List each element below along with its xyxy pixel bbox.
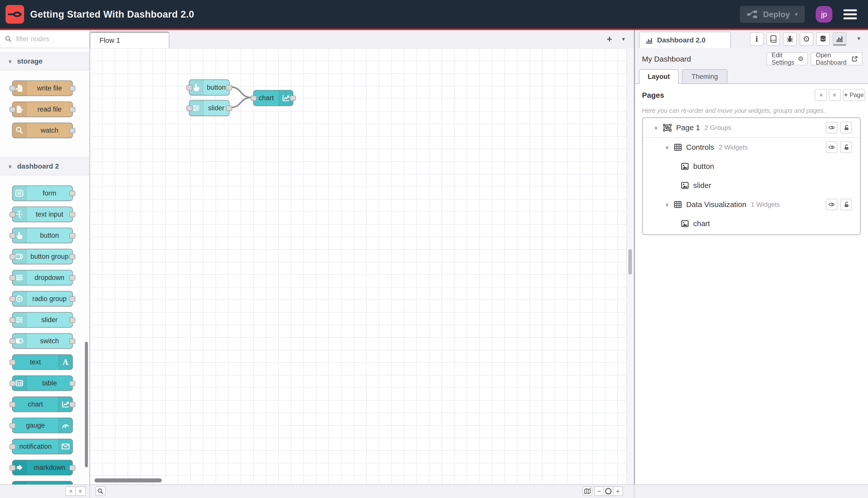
input-port[interactable]: [10, 465, 16, 471]
open-dashboard-button[interactable]: Open Dashboard: [811, 52, 863, 65]
visibility-toggle-button[interactable]: [826, 142, 837, 153]
input-port[interactable]: [10, 423, 16, 429]
flow-canvas[interactable]: button slider chart: [90, 48, 627, 485]
output-port[interactable]: [69, 191, 75, 196]
tree-row-widget-button[interactable]: button: [643, 157, 860, 176]
sidebar-menu-caret-icon[interactable]: ▾: [857, 35, 860, 42]
palette-node-markdown[interactable]: markdown: [12, 460, 73, 475]
input-port[interactable]: [10, 402, 16, 407]
zoom-out-button[interactable]: −: [594, 486, 604, 496]
output-port[interactable]: [69, 86, 75, 91]
flow-list-caret-icon[interactable]: ▾: [622, 36, 625, 42]
visibility-toggle-button[interactable]: [826, 122, 837, 133]
palette-node-chart[interactable]: chart: [12, 396, 73, 412]
tree-row-data-visualization[interactable]: ∨ Data Visualization 1 Widgets: [643, 195, 860, 214]
output-port[interactable]: [69, 465, 75, 471]
output-port[interactable]: [226, 106, 232, 111]
output-port[interactable]: [69, 212, 75, 217]
output-port[interactable]: [69, 254, 75, 260]
palette-node-dropdown[interactable]: dropdown: [12, 270, 73, 286]
palette-node-button[interactable]: button: [12, 228, 73, 243]
input-port[interactable]: [10, 339, 16, 344]
flow-node-button[interactable]: button: [189, 79, 229, 95]
context-data-tab-icon[interactable]: [816, 32, 830, 46]
output-port[interactable]: [290, 95, 296, 101]
output-port[interactable]: [69, 402, 75, 407]
dashboard-tab-icon[interactable]: [833, 32, 846, 46]
add-flow-button[interactable]: +: [607, 35, 612, 44]
palette-node-watch[interactable]: watch: [12, 122, 73, 138]
palette-search[interactable]: [0, 30, 90, 48]
help-tab-icon[interactable]: [766, 32, 780, 46]
output-port[interactable]: [69, 275, 75, 281]
input-port[interactable]: [10, 107, 16, 112]
category-header-dashboard2[interactable]: ∨ dashboard 2: [0, 157, 90, 175]
palette-node-gauge[interactable]: gauge: [12, 418, 73, 433]
tab-theming[interactable]: Theming: [682, 69, 727, 84]
horizontal-scrollbar[interactable]: [94, 479, 162, 482]
deploy-caret-icon[interactable]: ▾: [795, 11, 798, 17]
move-page-up-button[interactable]: »: [815, 89, 827, 101]
palette-node-button-group[interactable]: button group: [12, 249, 73, 264]
input-port[interactable]: [10, 381, 16, 386]
search-input[interactable]: [15, 35, 77, 43]
input-port[interactable]: [10, 275, 16, 281]
palette-node-form[interactable]: form: [12, 185, 73, 201]
config-nodes-tab-icon[interactable]: ⚙: [800, 32, 813, 46]
palette-collapse-all-button[interactable]: »: [65, 486, 76, 496]
palette-expand-all-button[interactable]: »: [75, 486, 86, 496]
info-tab-icon[interactable]: i: [750, 32, 763, 46]
tree-row-controls[interactable]: ∨ Controls 2 Widgets: [643, 138, 860, 157]
input-port[interactable]: [10, 444, 16, 449]
input-port[interactable]: [251, 95, 257, 101]
palette-scrollbar[interactable]: [85, 342, 88, 467]
hamburger-menu-icon[interactable]: [843, 9, 857, 19]
tree-row-widget-chart[interactable]: chart: [643, 214, 860, 233]
vertical-scrollbar[interactable]: [628, 249, 632, 274]
input-port[interactable]: [10, 359, 16, 365]
tree-row-page-1[interactable]: ∨ Page 1 2 Groups: [643, 118, 860, 138]
debug-tab-icon[interactable]: [783, 32, 797, 46]
input-port[interactable]: [186, 85, 192, 90]
zoom-reset-button[interactable]: [604, 486, 613, 496]
tree-row-widget-slider[interactable]: slider: [643, 176, 860, 195]
output-port[interactable]: [69, 233, 75, 238]
unlock-icon-button[interactable]: [840, 142, 852, 153]
move-page-down-button[interactable]: »: [829, 89, 841, 101]
output-port[interactable]: [69, 381, 75, 386]
input-port[interactable]: [10, 296, 16, 302]
flow-node-chart[interactable]: chart: [253, 90, 293, 106]
output-port[interactable]: [226, 85, 232, 90]
sidebar-tab-dashboard[interactable]: Dashboard 2.0: [639, 32, 731, 49]
minimap-button[interactable]: [583, 486, 592, 496]
input-port[interactable]: [10, 254, 16, 260]
edit-settings-button[interactable]: Edit Settings ⚙: [766, 52, 808, 65]
output-port[interactable]: [69, 128, 75, 133]
canvas-search-button[interactable]: [95, 486, 106, 496]
zoom-in-button[interactable]: +: [613, 486, 623, 496]
palette-node-read-file[interactable]: read file: [12, 102, 73, 117]
palette-node-table[interactable]: table: [12, 376, 73, 391]
unlock-icon-button[interactable]: [840, 122, 852, 133]
input-port[interactable]: [10, 212, 16, 217]
output-port[interactable]: [69, 296, 75, 302]
input-port[interactable]: [186, 106, 192, 111]
input-port[interactable]: [10, 86, 16, 91]
palette-node-notification[interactable]: notification: [12, 439, 73, 454]
add-page-button[interactable]: + Page: [843, 89, 865, 101]
input-port[interactable]: [10, 233, 16, 238]
output-port[interactable]: [69, 339, 75, 344]
deploy-button[interactable]: Deploy ▾: [740, 6, 805, 23]
palette-node-slider[interactable]: slider: [12, 312, 73, 328]
palette-node-text-input[interactable]: text input: [12, 207, 73, 222]
avatar[interactable]: jp: [816, 6, 832, 23]
tab-layout[interactable]: Layout: [639, 69, 679, 84]
output-port[interactable]: [69, 107, 75, 112]
palette-node-radio-group[interactable]: radio group: [12, 291, 73, 306]
tab-flow-1[interactable]: Flow 1: [90, 32, 169, 49]
category-header-storage[interactable]: ∨ storage: [0, 52, 90, 70]
visibility-toggle-button[interactable]: [826, 199, 837, 210]
palette-node-write-file[interactable]: write file: [12, 80, 73, 96]
output-port[interactable]: [69, 317, 75, 323]
flow-node-slider[interactable]: slider: [189, 100, 229, 116]
